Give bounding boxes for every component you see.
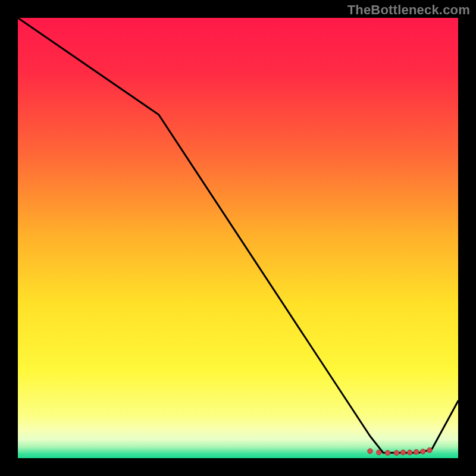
chart-stage: TheBottleneck.com — [0, 0, 476, 476]
chart-svg — [0, 0, 476, 476]
marker-point — [377, 450, 381, 455]
marker-point — [407, 450, 412, 455]
marker-point — [427, 447, 432, 452]
marker-point — [368, 449, 372, 453]
marker-point — [385, 450, 390, 455]
marker-point — [394, 450, 399, 455]
marker-point — [421, 449, 425, 454]
marker-point — [400, 450, 405, 455]
plot-background — [18, 18, 458, 458]
marker-point — [414, 449, 419, 454]
